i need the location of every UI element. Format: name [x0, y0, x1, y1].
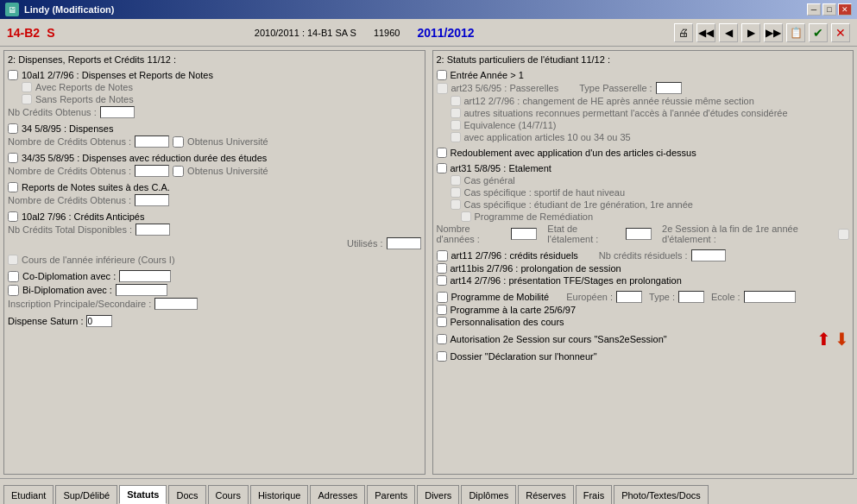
cours-inf-checkbox[interactable]	[8, 255, 18, 265]
redoublement-checkbox[interactable]	[437, 148, 447, 158]
prev-year: 2010/2011 : 14-B1 SA S	[255, 28, 356, 38]
credits-anticip-checkbox[interactable]	[8, 211, 18, 222]
tab-cours[interactable]: Cours	[208, 485, 249, 504]
down-arrow-button[interactable]: ⬇	[835, 329, 849, 350]
disp-reports-row: 10al1 2/7/96 : Dispenses et Reports de N…	[8, 70, 421, 80]
tab-photo-textes-docs[interactable]: Photo/Textes/Docs	[614, 485, 709, 504]
tab-frais[interactable]: Frais	[576, 485, 612, 504]
bi-diplo-input[interactable]	[116, 284, 167, 296]
nb-annees-input[interactable]	[511, 228, 537, 240]
equivalence-checkbox[interactable]	[451, 120, 461, 130]
app-icon: 🖥	[5, 3, 19, 16]
close-button[interactable]: ✕	[838, 3, 852, 16]
autres-sit-checkbox[interactable]	[451, 108, 461, 118]
autorisation-2e-row: Autorisation 2e Session sur cours "Sans2…	[437, 329, 850, 350]
disp3435-label: 34/35 5/8/95 : Dispenses avec réduction …	[22, 153, 267, 163]
sans-reports-row: Sans Reports de Notes	[22, 94, 421, 104]
co-diplo-checkbox[interactable]	[8, 271, 19, 282]
type-label: Type :	[649, 292, 675, 302]
student-number: 11960	[374, 28, 400, 38]
art14-checkbox[interactable]	[437, 275, 447, 286]
disp34-checkbox[interactable]	[8, 123, 18, 134]
avec-app-checkbox[interactable]	[451, 132, 461, 142]
prog-remed-label: Programme de Remédiation	[475, 211, 594, 222]
tab-divers[interactable]: Divers	[417, 485, 459, 504]
dispense-saturn-label: Dispense Saturn :	[8, 316, 83, 326]
type-input[interactable]	[678, 291, 704, 303]
tab-historique[interactable]: Historique	[250, 485, 309, 504]
left-panel-title: 2: Dispenses, Reports et Crédits 11/12 :	[8, 54, 421, 65]
cas-1ere-gen-checkbox[interactable]	[451, 199, 461, 210]
tab-docs[interactable]: Docs	[168, 485, 205, 504]
art11-checkbox[interactable]	[437, 250, 448, 261]
sans-reports-checkbox[interactable]	[22, 94, 32, 104]
utilises-input[interactable]	[387, 237, 421, 249]
prog-remed-checkbox[interactable]	[461, 211, 471, 222]
obtenus-univ-3435-checkbox[interactable]	[173, 166, 184, 177]
avec-app-row: avec application articles 10 ou 34 ou 35	[451, 132, 850, 142]
nb-cred-3435-input[interactable]	[135, 165, 169, 177]
tab-reserves[interactable]: Réserves	[518, 485, 573, 504]
reports-ca-checkbox[interactable]	[8, 182, 18, 192]
personnalisation-row: Personnalisation des cours	[437, 317, 850, 327]
inscription-input[interactable]	[154, 298, 198, 310]
cas-general-checkbox[interactable]	[451, 175, 461, 186]
dispense-saturn-input[interactable]	[86, 315, 112, 327]
obtenus-univ-34-checkbox[interactable]	[173, 136, 184, 148]
nb-credits-resid-input[interactable]	[691, 249, 726, 261]
entree-annee-checkbox[interactable]	[437, 70, 447, 80]
cas-general-label: Cas général	[464, 175, 515, 186]
disp-reports-checkbox[interactable]	[8, 70, 18, 80]
next-button[interactable]: ▶	[741, 23, 760, 42]
prev-button[interactable]: ◀	[719, 23, 738, 42]
cas-sportif-checkbox[interactable]	[451, 187, 461, 198]
tab-parents[interactable]: Parents	[367, 485, 415, 504]
minimize-button[interactable]: ─	[807, 3, 821, 16]
ecole-input[interactable]	[744, 291, 796, 303]
dossier-decl-checkbox[interactable]	[437, 351, 447, 362]
window-title: Lindy (Modification)	[24, 4, 114, 15]
art12-label: art12 2/7/96 : changement de HE après an…	[464, 96, 754, 106]
tab-statuts[interactable]: Statuts	[119, 485, 167, 504]
nb-cred-34-input[interactable]	[135, 135, 169, 148]
art11bis-checkbox[interactable]	[437, 263, 447, 274]
copy-button[interactable]: 📋	[786, 23, 805, 42]
prog-mobilite-checkbox[interactable]	[437, 292, 448, 303]
personnalisation-checkbox[interactable]	[437, 317, 447, 327]
last-button[interactable]: ▶▶	[764, 23, 783, 42]
avec-reports-checkbox[interactable]	[22, 82, 32, 92]
confirm-button[interactable]: ✔	[809, 23, 828, 42]
up-arrow-button[interactable]: ⬆	[816, 329, 831, 350]
art12-checkbox[interactable]	[451, 96, 461, 106]
etat-etalmt-input[interactable]	[626, 228, 652, 240]
co-diplo-input[interactable]	[119, 270, 171, 282]
nb-cred-3435-row: Nombre de Crédits Obtenus : Obtenus Univ…	[8, 165, 421, 177]
art11-row: art11 2/7/96 : crédits résiduels Nb créd…	[437, 249, 850, 261]
nb-credits-input[interactable]	[100, 106, 135, 118]
2e-session-etalmt-checkbox[interactable]	[838, 229, 849, 240]
bi-diplo-checkbox[interactable]	[8, 285, 19, 296]
nb-total-row: Nb Crédits Total Disponibles :	[8, 224, 421, 236]
nb-total-input[interactable]	[135, 224, 170, 236]
prog-carte-checkbox[interactable]	[437, 305, 447, 315]
art31-checkbox[interactable]	[437, 163, 447, 173]
tab-diplomes[interactable]: Diplômes	[461, 485, 516, 504]
obtenus-univ-3435-label: Obtenus Université	[187, 166, 268, 176]
autorisation-2e-checkbox[interactable]	[437, 334, 447, 344]
tab-adresses[interactable]: Adresses	[310, 485, 365, 504]
cancel-header-button[interactable]: ✕	[831, 23, 850, 42]
type-passerelle-input[interactable]	[656, 82, 682, 94]
passerelles-checkbox[interactable]	[437, 83, 448, 94]
nb-cred-ca-row: Nombre de Crédits Obtenus :	[8, 194, 421, 206]
first-button[interactable]: ◀◀	[696, 23, 715, 42]
europeen-input[interactable]	[616, 291, 642, 303]
maximize-button[interactable]: □	[822, 3, 836, 16]
nb-cred-34-row: Nombre de Crédits Obtenus : Obtenus Univ…	[8, 135, 421, 148]
disp3435-checkbox[interactable]	[8, 153, 18, 163]
tab-etudiant[interactable]: Etudiant	[3, 485, 54, 504]
print-button[interactable]: 🖨	[674, 23, 693, 42]
student-status: S	[47, 26, 54, 40]
tab-sup-delibi[interactable]: Sup/Délibé	[55, 485, 117, 504]
nb-cred-ca-input[interactable]	[135, 194, 169, 206]
right-panel-title: 2: Statuts particuliers de l'étudiant 11…	[437, 54, 850, 65]
